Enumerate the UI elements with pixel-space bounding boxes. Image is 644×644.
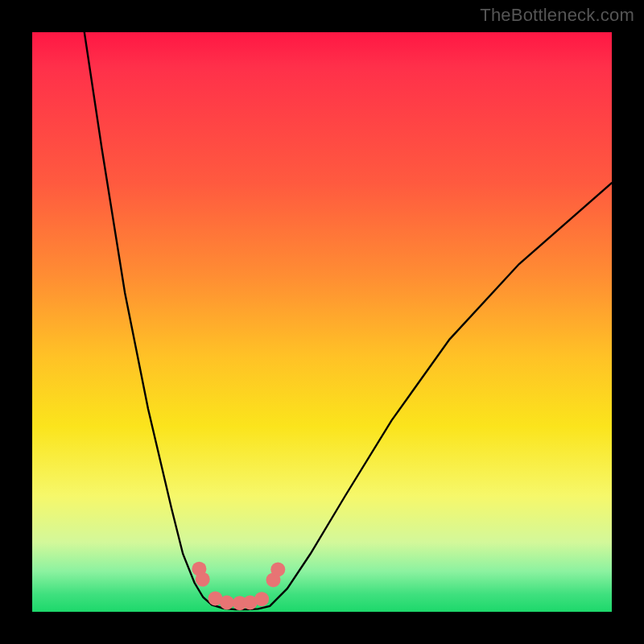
bottleneck-curve (85, 32, 612, 609)
threshold-dots (192, 562, 285, 611)
svg-point-6 (254, 592, 269, 606)
chart-frame: TheBottleneck.com (0, 0, 644, 644)
svg-point-8 (270, 562, 285, 576)
plot-area (32, 32, 612, 612)
svg-point-3 (220, 596, 234, 610)
curve-layer (32, 32, 612, 612)
attribution-text: TheBottleneck.com (480, 5, 634, 26)
svg-point-1 (196, 572, 210, 587)
